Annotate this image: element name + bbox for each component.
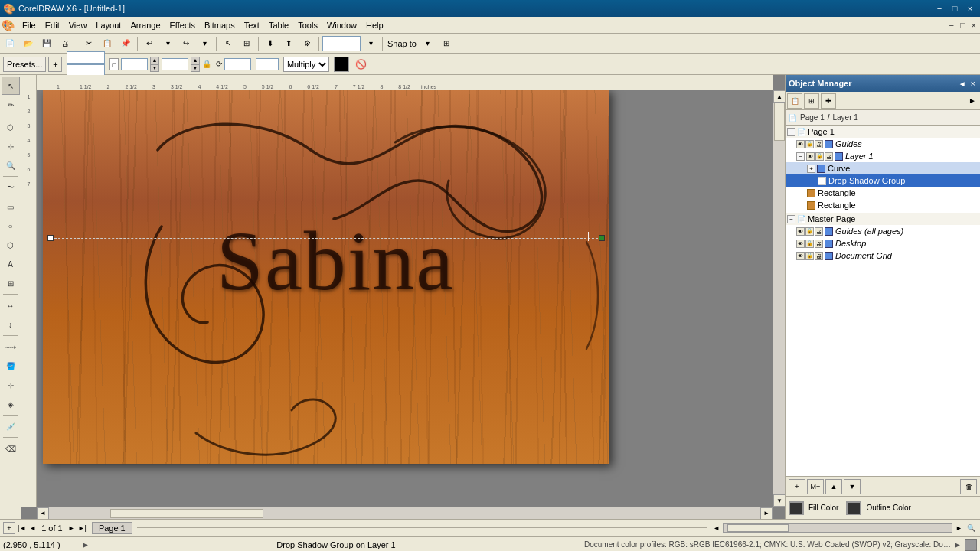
tree-guides-all[interactable]: 👁 🔒 🖨 Guides (all pages)	[786, 225, 980, 237]
snap-dropdown[interactable]: ▾	[420, 35, 436, 52]
menu-tools[interactable]: Tools	[293, 19, 322, 31]
lock-aspect-button[interactable]: 🔒	[202, 60, 211, 68]
hscroll-thumb2[interactable]	[727, 524, 789, 532]
h-down[interactable]: ▼	[191, 64, 200, 72]
percent-input[interactable]: 30	[256, 58, 279, 70]
outline-color-swatch[interactable]	[846, 501, 861, 515]
close-button[interactable]: ×	[963, 2, 977, 15]
zoom-input[interactable]: 109%	[322, 36, 361, 51]
redo-dropdown[interactable]: ▾	[196, 35, 213, 52]
h-up[interactable]: ▲	[191, 57, 200, 64]
obj-move-down[interactable]: ▼	[844, 479, 861, 494]
blend-tool[interactable]: ⟿	[2, 337, 20, 356]
scroll-down-btn[interactable]: ▼	[773, 494, 785, 507]
presets-add[interactable]: +	[48, 57, 62, 72]
print-button[interactable]: 🖨	[57, 35, 74, 52]
page-prev-btn[interactable]: ◄	[28, 524, 37, 532]
obj-delete[interactable]: 🗑	[960, 479, 977, 494]
rect-tool[interactable]: ▭	[2, 197, 20, 216]
menu-arrange[interactable]: Arrange	[126, 19, 165, 31]
obj-menu-btn[interactable]: ►	[966, 93, 978, 109]
tree-drop-shadow[interactable]: Drop Shadow Group	[786, 174, 980, 187]
hscroll-thumb[interactable]	[110, 509, 263, 518]
open-button[interactable]: 📂	[20, 35, 37, 52]
table-tool[interactable]: ⊞	[2, 274, 20, 292]
doc-close-button[interactable]: ×	[969, 21, 978, 30]
menu-window[interactable]: Window	[322, 19, 361, 31]
select-tool-button[interactable]: ↖	[220, 35, 237, 52]
page-first-btn[interactable]: |◄	[17, 524, 27, 532]
cut-button[interactable]: ✂	[80, 35, 97, 52]
connector-tool[interactable]: ↔	[2, 296, 20, 315]
hscroll-left-btn[interactable]: ◄	[37, 507, 49, 520]
select-tool[interactable]: ↖	[2, 77, 20, 95]
size-h-input[interactable]: 95	[162, 58, 188, 70]
zoom-dropdown[interactable]: ▾	[362, 35, 379, 52]
tree-rect2[interactable]: Rectangle	[786, 199, 980, 211]
menu-help[interactable]: Help	[361, 19, 388, 31]
obj-add-layer[interactable]: +	[789, 479, 805, 494]
menu-view[interactable]: View	[64, 19, 92, 31]
size-w-input[interactable]: 0	[121, 58, 148, 70]
dimension-tool[interactable]: ↕	[2, 315, 20, 334]
menu-effects[interactable]: Effects	[165, 19, 200, 31]
transparency-tool[interactable]: ◈	[2, 395, 20, 413]
fill-color-swatch[interactable]	[789, 501, 804, 515]
ellipse-tool[interactable]: ○	[2, 217, 20, 235]
undo-dropdown[interactable]: ▾	[159, 35, 176, 52]
import-button[interactable]: ⬇	[262, 35, 279, 52]
app-launcher-button[interactable]: ⚙	[299, 35, 315, 52]
obj-add-master[interactable]: M+	[807, 479, 824, 494]
horizontal-scrollbar[interactable]: ◄ ►	[37, 507, 773, 519]
curve-tool[interactable]: 〜	[2, 178, 20, 197]
polygon-tool[interactable]: ⬡	[2, 236, 20, 254]
export-button[interactable]: ⬆	[280, 35, 297, 52]
hscroll-right2[interactable]: ►	[954, 524, 964, 532]
obj-new-btn[interactable]: ✚	[821, 93, 836, 109]
menu-file[interactable]: File	[18, 19, 41, 31]
new-button[interactable]: 📄	[2, 35, 18, 52]
profile-expand-btn[interactable]: ▶	[955, 541, 960, 549]
blend-mode-select[interactable]: Multiply Normal Screen	[283, 57, 329, 72]
eyedropper-tool[interactable]: 💉	[2, 417, 20, 435]
pos-x-input[interactable]: 0.0	[67, 51, 105, 64]
expand-master[interactable]: −	[787, 215, 795, 223]
paste-button[interactable]: 📌	[117, 35, 134, 52]
shape-tool[interactable]: ⬡	[2, 118, 20, 136]
expand-page1[interactable]: −	[787, 128, 795, 136]
tree-page1[interactable]: − 📄 Page 1	[786, 126, 980, 138]
coords-expand-btn[interactable]: ▶	[83, 541, 88, 549]
tree-guides[interactable]: 👁 🔒 🖨 Guides	[786, 138, 980, 150]
crop-tool[interactable]: ⊹	[2, 137, 20, 155]
expand-curve[interactable]: +	[807, 165, 815, 173]
obj-manager-menu[interactable]: ◄	[957, 79, 968, 88]
page-name-tab[interactable]: Page 1	[92, 522, 132, 534]
page-last-btn[interactable]: ►|	[77, 524, 87, 532]
undo-button[interactable]: ↩	[141, 35, 158, 52]
presets-dropdown[interactable]: Presets...	[3, 57, 46, 72]
scroll-up-btn[interactable]: ▲	[773, 90, 785, 103]
expand-layer1[interactable]: −	[796, 152, 805, 161]
redo-button[interactable]: ↪	[178, 35, 194, 52]
zoom-in-btn[interactable]: 🔍	[965, 524, 977, 532]
doc-minimize-button[interactable]: −	[946, 21, 956, 30]
snap-options-button[interactable]: ⊞	[438, 35, 455, 52]
hscroll-right-btn[interactable]: ►	[760, 507, 773, 520]
obj-manager-close[interactable]: ×	[969, 79, 977, 88]
mesh-fill[interactable]: ⊹	[2, 376, 20, 394]
obj-layers-btn[interactable]: 📋	[787, 93, 802, 109]
sel-handle-right[interactable]	[599, 235, 605, 241]
tree-rect1[interactable]: Rectangle	[786, 187, 980, 199]
menu-table[interactable]: Table	[264, 19, 293, 31]
save-button[interactable]: 💾	[38, 35, 55, 52]
vertical-scrollbar[interactable]: ▲ ▼	[773, 90, 785, 507]
page-add-btn[interactable]: +	[3, 522, 15, 534]
w-down[interactable]: ▼	[150, 64, 159, 72]
w-up[interactable]: ▲	[150, 57, 159, 64]
extra-button[interactable]: 🚫	[354, 57, 369, 72]
menu-layout[interactable]: Layout	[91, 19, 126, 31]
menu-text[interactable]: Text	[240, 19, 264, 31]
freehand-tool[interactable]: ✏	[2, 96, 20, 114]
tree-curve[interactable]: + Curve	[786, 162, 980, 174]
tree-layer1[interactable]: − 👁 🔒 🖨 Layer 1	[786, 150, 980, 162]
